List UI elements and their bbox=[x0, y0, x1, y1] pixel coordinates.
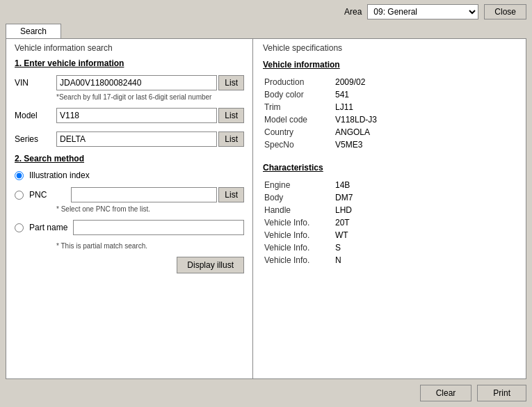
spec-label: Production bbox=[264, 77, 334, 88]
spec-label: SpecNo bbox=[264, 139, 334, 150]
table-row: Vehicle Info.20T bbox=[264, 217, 515, 228]
pnc-input[interactable] bbox=[71, 187, 217, 202]
search-tab[interactable]: Search bbox=[6, 24, 61, 38]
spec-label: Body color bbox=[264, 89, 334, 100]
series-input[interactable] bbox=[56, 131, 217, 147]
series-list-button[interactable]: List bbox=[218, 131, 244, 147]
right-panel-title: Vehicle specifications bbox=[263, 43, 516, 53]
series-label: Series bbox=[15, 134, 56, 144]
section1-heading: 1. Enter vehicle information bbox=[15, 58, 244, 68]
char-value: N bbox=[335, 255, 515, 266]
left-panel-title: Vehicle information search bbox=[15, 43, 244, 53]
char-label: Handle bbox=[264, 205, 334, 216]
print-button[interactable]: Print bbox=[477, 385, 526, 401]
characteristics-table: Engine14BBodyDM7HandleLHDVehicle Info.20… bbox=[263, 178, 516, 267]
tab-row: Search bbox=[0, 24, 532, 38]
vin-label: VIN bbox=[15, 78, 56, 88]
vin-input[interactable] bbox=[56, 75, 217, 90]
model-list-button[interactable]: List bbox=[218, 108, 244, 123]
table-row: Vehicle Info.S bbox=[264, 242, 515, 253]
table-row: CountryANGOLA bbox=[264, 127, 515, 138]
table-row: Body color 541 bbox=[264, 89, 515, 100]
partname-input[interactable] bbox=[73, 220, 244, 235]
model-label: Model bbox=[15, 111, 56, 120]
table-row: Production2009/02 bbox=[264, 77, 515, 88]
main-area: Vehicle information search 1. Enter vehi… bbox=[6, 38, 526, 379]
table-row: Model codeV118LD-J3 bbox=[264, 114, 515, 125]
pnc-label[interactable]: PNC bbox=[29, 190, 71, 200]
model-input[interactable] bbox=[56, 108, 217, 123]
illustration-radio[interactable] bbox=[15, 171, 24, 180]
partname-radio-row: Part name bbox=[15, 220, 244, 235]
spec-value: ANGOLA bbox=[335, 127, 515, 138]
illustration-label[interactable]: Illustration index bbox=[29, 170, 90, 180]
vin-row: VIN List bbox=[15, 75, 244, 90]
char-label: Vehicle Info. bbox=[264, 242, 334, 253]
spec-value: 2009/02 bbox=[335, 77, 515, 88]
illustration-radio-row: Illustration index bbox=[15, 170, 244, 180]
char-label: Body bbox=[264, 192, 334, 203]
char-value: 20T bbox=[335, 217, 515, 228]
spec-value: LJ11 bbox=[335, 102, 515, 113]
table-row: SpecNoV5ME3 bbox=[264, 139, 515, 150]
bottom-bar: Clear Print bbox=[0, 379, 532, 407]
left-panel: Vehicle information search 1. Enter vehi… bbox=[6, 39, 253, 378]
display-illust-button[interactable]: Display illust bbox=[177, 257, 244, 273]
char-label: Vehicle Info. bbox=[264, 255, 334, 266]
pnc-list-button[interactable]: List bbox=[218, 187, 244, 202]
spec-value: V5ME3 bbox=[335, 139, 515, 150]
char-label: Vehicle Info. bbox=[264, 217, 334, 228]
area-label: Area bbox=[344, 7, 362, 17]
table-row: Vehicle Info.WT bbox=[264, 230, 515, 241]
char-value: 14B bbox=[335, 179, 515, 191]
vin-list-button[interactable]: List bbox=[218, 75, 244, 90]
section2-heading: 2. Search method bbox=[15, 154, 244, 163]
vehicle-info-table: Production2009/02Body color 541TrimLJ11M… bbox=[263, 75, 516, 152]
top-bar: Area 09: General 01: Engine 02: Transmis… bbox=[0, 0, 532, 24]
close-button[interactable]: Close bbox=[484, 4, 526, 19]
pnc-hint: * Select one PNC from the list. bbox=[56, 205, 244, 213]
char-label: Engine bbox=[264, 179, 334, 191]
spec-value: 541 bbox=[335, 89, 515, 100]
vin-hint: *Search by full 17-digit or last 6-digit… bbox=[56, 93, 244, 101]
partname-hint: * This is partial match search. bbox=[56, 242, 244, 250]
char-value: S bbox=[335, 242, 515, 253]
pnc-radio[interactable] bbox=[15, 191, 24, 200]
table-row: BodyDM7 bbox=[264, 192, 515, 203]
char-value: LHD bbox=[335, 205, 515, 216]
series-row: Series List bbox=[15, 131, 244, 147]
table-row: Engine14B bbox=[264, 179, 515, 191]
table-row: HandleLHD bbox=[264, 205, 515, 216]
spec-label: Country bbox=[264, 127, 334, 138]
spec-value: V118LD-J3 bbox=[335, 114, 515, 125]
char-value: DM7 bbox=[335, 192, 515, 203]
right-panel: Vehicle specifications Vehicle informati… bbox=[253, 39, 526, 378]
spec-label: Model code bbox=[264, 114, 334, 125]
vehicle-info-heading: Vehicle information bbox=[263, 60, 516, 70]
char-label: Vehicle Info. bbox=[264, 230, 334, 241]
model-row: Model List bbox=[15, 108, 244, 123]
partname-label[interactable]: Part name bbox=[29, 223, 67, 232]
characteristics-heading: Characteristics bbox=[263, 163, 516, 173]
spec-label: Trim bbox=[264, 102, 334, 113]
char-value: WT bbox=[335, 230, 515, 241]
partname-radio[interactable] bbox=[15, 223, 24, 232]
pnc-row: PNC List bbox=[15, 187, 244, 202]
area-select[interactable]: 09: General 01: Engine 02: Transmission bbox=[367, 4, 478, 19]
clear-button[interactable]: Clear bbox=[420, 385, 472, 401]
table-row: Vehicle Info.N bbox=[264, 255, 515, 266]
table-row: TrimLJ11 bbox=[264, 102, 515, 113]
